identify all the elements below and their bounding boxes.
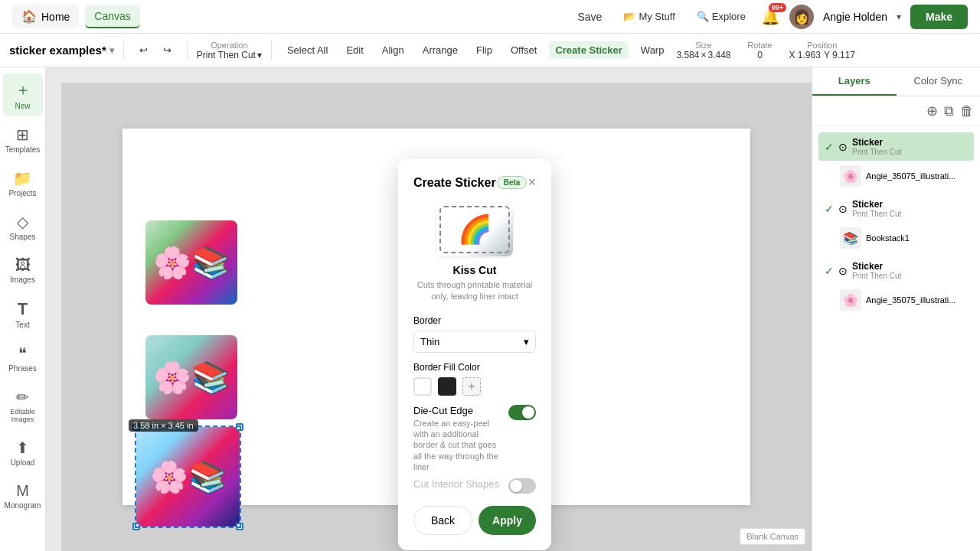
size-width[interactable]: 3.584 xyxy=(676,50,699,60)
create-sticker-button[interactable]: Create Sticker xyxy=(549,41,628,59)
sidebar-item-new[interactable]: ＋ New xyxy=(3,73,43,116)
operation-value[interactable]: Print Then Cut ▾ xyxy=(197,50,262,60)
cut-interior-row: Cut Interior Shapes xyxy=(413,478,536,494)
right-panel-tabs: Layers Color Sync xyxy=(812,67,980,96)
operation-chevron: ▾ xyxy=(257,50,262,60)
layer-child-3[interactable]: 🌸 Angie_35075_illustrati... xyxy=(834,285,974,315)
layer-title-3: Sticker xyxy=(852,261,901,272)
modal-close-button[interactable]: × xyxy=(528,174,536,191)
die-cut-title: Die-Cut Edge xyxy=(413,405,502,416)
layer-check-icon: ✓ xyxy=(825,141,834,153)
warp-button[interactable]: Warp xyxy=(635,41,671,59)
top-nav: 🏠 Home Canvas Save 📂 My Stuff 🔍 Explore … xyxy=(0,0,980,34)
border-chevron-icon: ▾ xyxy=(524,336,529,347)
explore-icon: 🔍 xyxy=(697,11,709,22)
redo-button[interactable]: ↪ xyxy=(157,41,178,59)
pos-y[interactable]: Y 9.117 xyxy=(824,50,855,60)
sidebar-item-phrases[interactable]: ❝ Phrases xyxy=(3,338,43,379)
layers-panel: ✓ ⊙ Sticker Print Then Cut 🌸 Angie_35075… xyxy=(812,126,980,551)
sidebar-item-projects[interactable]: 📁 Projects xyxy=(3,163,43,204)
panel-settings-button[interactable]: ⊕ xyxy=(926,103,938,119)
make-button[interactable]: Make xyxy=(910,5,968,29)
explore-button[interactable]: 🔍 Explore xyxy=(691,8,752,25)
border-fill-color-label: Border Fill Color xyxy=(413,362,536,373)
undo-button[interactable]: ↩ xyxy=(133,41,154,59)
layer-child-1[interactable]: 🌸 Angie_35075_illustrati... xyxy=(834,161,974,191)
tab-layers[interactable]: Layers xyxy=(812,67,897,96)
project-title-chevron: ▾ xyxy=(109,45,114,56)
nav-home-btn[interactable]: 🏠 Home xyxy=(12,5,79,28)
tab-color-sync[interactable]: Color Sync xyxy=(897,67,981,96)
size-height[interactable]: 3.448 xyxy=(707,50,730,60)
sticker-item-2[interactable]: 🌸📚 xyxy=(145,335,237,419)
layer-child-group1: 🌸 Angie_35075_illustrati... xyxy=(834,161,974,191)
sidebar-item-monogram[interactable]: M Monogram xyxy=(3,476,43,516)
arrange-button[interactable]: Arrange xyxy=(416,41,464,59)
templates-icon: ⊞ xyxy=(16,126,29,144)
border-select[interactable]: Thin ▾ xyxy=(413,331,536,353)
pos-x[interactable]: X 1.963 xyxy=(789,50,821,60)
panel-duplicate-button[interactable]: ⧉ xyxy=(944,103,954,119)
cut-interior-info: Cut Interior Shapes xyxy=(413,478,502,491)
operation-field: Operation Print Then Cut ▾ xyxy=(197,41,262,60)
add-color-button[interactable]: + xyxy=(462,377,481,396)
toggle-knob xyxy=(522,406,534,419)
new-icon: ＋ xyxy=(15,80,31,100)
sidebar-item-shapes[interactable]: ◇ Shapes xyxy=(3,207,43,247)
layer-sticker-icon-3: ⊙ xyxy=(838,265,848,277)
border-fill-color-section: Border Fill Color + xyxy=(413,362,536,396)
flip-button[interactable]: Flip xyxy=(470,41,498,59)
kiss-cut-label: Kiss Cut xyxy=(453,264,497,276)
nav-right: Save 📂 My Stuff 🔍 Explore 🔔 99+ 👩 Angie … xyxy=(571,5,968,29)
layer-item-sticker-3[interactable]: ✓ ⊙ Sticker Print Then Cut xyxy=(818,256,974,285)
cut-interior-title: Cut Interior Shapes xyxy=(413,478,502,490)
layer-item-sticker-1[interactable]: ✓ ⊙ Sticker Print Then Cut xyxy=(818,132,974,161)
sidebar-label-phrases: Phrases xyxy=(8,364,37,373)
layer-title-1: Sticker xyxy=(852,137,901,148)
sidebar-item-upload[interactable]: ⬆ Upload xyxy=(3,432,43,473)
offset-button[interactable]: Offset xyxy=(505,41,543,59)
cut-interior-toggle[interactable] xyxy=(508,478,536,494)
edit-button[interactable]: Edit xyxy=(340,41,369,59)
layer-item-sticker-2[interactable]: ✓ ⊙ Sticker Print Then Cut xyxy=(818,194,974,223)
sidebar-item-templates[interactable]: ⊞ Templates xyxy=(3,119,43,160)
select-all-button[interactable]: Select All xyxy=(281,41,334,59)
sidebar-label-upload: Upload xyxy=(11,458,35,467)
layer-child-group2: 📚 Bookstack1 xyxy=(834,223,974,253)
beta-badge: Beta xyxy=(497,176,528,189)
modal-preview: 🌈 Kiss Cut Cuts through printable materi… xyxy=(413,203,536,303)
align-button[interactable]: Align xyxy=(376,41,410,59)
right-panel-toolbar: ⊕ ⧉ 🗑 xyxy=(812,96,980,126)
user-name[interactable]: Angie Holden xyxy=(823,11,887,23)
preview-image: 🌈 xyxy=(436,203,513,256)
layer-child-name-2: Bookstack1 xyxy=(866,233,968,243)
sticker-item-1[interactable]: 🌸📚 xyxy=(145,220,237,305)
layer-group-3: ✓ ⊙ Sticker Print Then Cut 🌸 Angie_35075… xyxy=(818,256,974,315)
panel-delete-button[interactable]: 🗑 xyxy=(960,103,974,119)
nav-canvas-btn[interactable]: Canvas xyxy=(85,5,139,28)
notification-button[interactable]: 🔔 99+ xyxy=(761,8,780,26)
color-swatch-white[interactable] xyxy=(413,377,432,396)
save-button[interactable]: Save xyxy=(571,8,608,26)
layer-child-2[interactable]: 📚 Bookstack1 xyxy=(834,223,974,253)
sidebar-item-images[interactable]: 🖼 Images xyxy=(3,250,43,290)
project-title[interactable]: sticker examples* ▾ xyxy=(9,44,114,57)
layer-sticker-icon-1: ⊙ xyxy=(838,141,848,153)
color-swatch-black[interactable] xyxy=(438,377,456,396)
my-stuff-button[interactable]: 📂 My Stuff xyxy=(617,8,681,25)
phrases-icon: ❝ xyxy=(18,344,27,363)
die-cut-toggle[interactable] xyxy=(508,405,536,420)
layer-group-1: ✓ ⊙ Sticker Print Then Cut 🌸 Angie_35075… xyxy=(818,132,974,191)
rotate-value[interactable]: 0 xyxy=(757,50,763,60)
notification-badge: 99+ xyxy=(769,3,786,12)
canvas-area[interactable]: 🌸📚 🌸📚 🌸📚 3.58 in × 3.45 in Create Sticke… xyxy=(46,67,812,551)
my-stuff-icon: 📂 xyxy=(623,11,635,22)
sticker-item-3[interactable]: 🌸📚 xyxy=(136,427,240,527)
back-button[interactable]: Back xyxy=(413,506,472,535)
sidebar-label-images: Images xyxy=(10,276,35,284)
sidebar-item-editable-images[interactable]: ✏ Editable Images xyxy=(3,382,43,429)
sidebar-item-text[interactable]: T Text xyxy=(3,293,43,335)
layer-title-2: Sticker xyxy=(852,199,901,210)
apply-button[interactable]: Apply xyxy=(479,506,536,535)
chevron-down-icon: ▾ xyxy=(897,11,901,22)
